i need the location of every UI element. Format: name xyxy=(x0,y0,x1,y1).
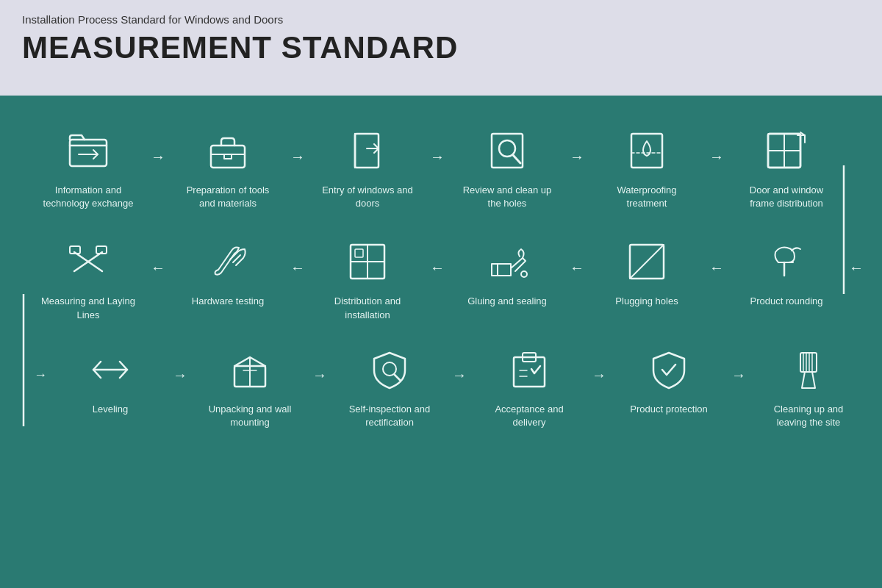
row3: → Leveling → xyxy=(22,344,860,429)
step-label-frame-distribution: Door and window frame distribution xyxy=(739,184,834,210)
step-entry-windows: Entry of windows and doors xyxy=(309,125,426,210)
step-label-product-protection: Product protection xyxy=(630,403,708,416)
svg-point-24 xyxy=(521,271,527,277)
svg-rect-4 xyxy=(355,134,379,168)
step-distribution-install: Distribution and installation xyxy=(309,236,426,321)
step-label-distribution-install: Distribution and installation xyxy=(320,295,415,321)
header: Installation Process Standard for Window… xyxy=(0,0,882,96)
step-hardware-testing: Hardware testing xyxy=(169,236,287,308)
step-self-inspection: Self-inspection and rectification xyxy=(331,344,448,429)
step-label-entry-windows: Entry of windows and doors xyxy=(320,184,415,210)
step-label-plugging-holes: Plugging holes xyxy=(615,295,678,308)
step-label-acceptance-delivery: Acceptance and delivery xyxy=(481,403,577,429)
step-label-info-exchange: Information and technology exchange xyxy=(40,184,136,210)
step-review-holes: Review and clean up the holes xyxy=(448,125,566,210)
step-label-measuring-lines: Measuring and Laying Lines xyxy=(40,295,136,321)
row1: Information and technology exchange → Pr… xyxy=(22,125,860,210)
svg-line-26 xyxy=(630,245,664,279)
step-label-self-inspection: Self-inspection and rectification xyxy=(342,403,437,429)
svg-rect-3 xyxy=(211,146,245,168)
svg-rect-2 xyxy=(70,140,107,166)
step-label-cleaning-site: Cleaning up and leaving the site xyxy=(761,403,856,429)
step-info-exchange: Information and technology exchange xyxy=(29,125,147,210)
step-plugging-holes: Plugging holes xyxy=(588,236,706,308)
step-label-waterproofing: Waterproofing treatment xyxy=(599,184,695,210)
header-title: MEASUREMENT STANDARD xyxy=(22,30,860,65)
step-acceptance-delivery: Acceptance and delivery xyxy=(470,344,588,429)
step-measuring-lines: Measuring and Laying Lines xyxy=(29,236,147,321)
step-waterproofing: Waterproofing treatment xyxy=(588,125,706,210)
main-content: Information and technology exchange → Pr… xyxy=(0,96,882,588)
step-label-leveling: Leveling xyxy=(93,403,128,416)
step-product-rounding: Product rounding xyxy=(728,236,845,308)
svg-rect-23 xyxy=(355,249,363,257)
step-cleaning-site: Cleaning up and leaving the site xyxy=(750,344,867,429)
svg-rect-8 xyxy=(631,134,662,168)
row2: Measuring and Laying Lines ← Hardware te… xyxy=(22,236,860,321)
step-product-protection: Product protection xyxy=(610,344,728,416)
step-label-gluing-sealing: Gluing and sealing xyxy=(467,295,547,308)
header-subtitle: Installation Process Standard for Window… xyxy=(22,13,860,26)
step-label-hardware-testing: Hardware testing xyxy=(192,295,264,308)
svg-line-7 xyxy=(513,155,520,163)
step-gluing-sealing: Gluing and sealing xyxy=(448,236,566,308)
svg-line-33 xyxy=(394,374,400,380)
step-frame-distribution: Door and window frame distribution xyxy=(728,125,845,210)
svg-rect-5 xyxy=(492,134,523,168)
step-leveling: Leveling xyxy=(51,344,169,416)
step-unpacking-mount: Unpacking and wall mounting xyxy=(191,344,309,429)
step-label-tools-prep: Preparation of tools and materials xyxy=(180,184,276,210)
step-tools-prep: Preparation of tools and materials xyxy=(169,125,287,210)
step-label-product-rounding: Product rounding xyxy=(750,295,822,308)
step-label-unpacking-mount: Unpacking and wall mounting xyxy=(202,403,298,429)
step-label-review-holes: Review and clean up the holes xyxy=(459,184,555,210)
